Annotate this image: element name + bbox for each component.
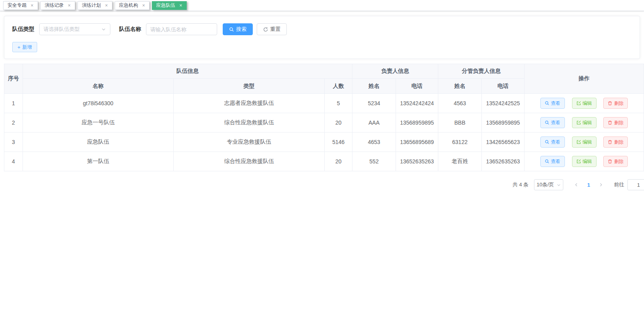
edit-icon [576,120,581,125]
page-content: 队伍类型 请选择队伍类型 队伍名称 搜索 重置 + 新增 [0,11,644,190]
cell-index: 3 [4,133,23,152]
pagination-bar: 共 4 条 10条/页 1 前往 [0,179,644,190]
tab-label: 演练记录 [45,2,64,9]
cell-count: 5146 [325,133,352,152]
close-icon[interactable]: × [29,3,35,8]
view-button[interactable]: 查看 [540,98,565,109]
edit-button[interactable]: 编辑 [572,117,597,128]
view-button[interactable]: 查看 [540,136,565,148]
tab-safety-topics[interactable]: 安全专题 × [3,1,38,10]
edit-button-label: 编辑 [583,100,592,107]
tab-emergency-org[interactable]: 应急机构 × [115,1,150,10]
reset-button[interactable]: 重置 [257,23,287,35]
delete-button-label: 删除 [614,139,623,146]
goto-page-input[interactable] [627,179,644,190]
col-header-name: 名称 [23,79,174,94]
edit-button-label: 编辑 [583,119,592,126]
team-type-label: 队伍类型 [12,26,34,33]
delete-button-label: 删除 [614,100,623,107]
cell-count: 20 [325,152,352,171]
delete-button[interactable]: 删除 [603,117,628,128]
cell-leader-phone: 13652635263 [396,152,438,171]
search-button[interactable]: 搜索 [223,23,253,35]
col-header-index: 序号 [4,64,23,94]
delete-button-label: 删除 [614,158,623,165]
trash-icon [608,101,612,106]
team-name-input[interactable] [146,23,217,35]
chevron-down-icon [101,27,106,32]
next-page-button[interactable] [594,179,608,190]
close-icon[interactable]: × [141,3,146,8]
view-icon [545,101,549,106]
view-button-label: 查看 [551,100,561,107]
tab-emergency-team[interactable]: 应急队伍 × [152,1,187,10]
col-header-leader-name: 姓名 [352,79,396,94]
cell-type: 专业应急救援队伍 [174,133,325,152]
team-type-placeholder: 请选择队伍类型 [44,26,80,33]
col-header-deputy-phone: 电话 [482,79,525,94]
add-button[interactable]: + 新增 [12,42,37,52]
cell-deputy-name: BBB [438,113,482,133]
delete-button[interactable]: 删除 [603,136,628,148]
add-button-label: 新增 [23,44,32,51]
cell-deputy-phone: 13426565623 [482,133,525,152]
table-row: 3 应急队伍 专业应急救援队伍 5146 4653 13656895689 63… [4,133,644,152]
page-size-select[interactable]: 10条/页 [534,179,563,190]
trash-icon [608,120,612,125]
close-icon[interactable]: × [66,3,72,8]
cell-type: 综合性应急救援队伍 [174,113,325,133]
tab-drill-records[interactable]: 演练记录 × [40,1,75,10]
edit-button-label: 编辑 [583,139,592,146]
cell-count: 5 [325,94,352,113]
cell-leader-name: 4653 [352,133,396,152]
cell-name: 应急一号队伍 [23,113,174,133]
view-icon [545,159,549,164]
cell-deputy-phone: 13524242525 [482,94,525,113]
cell-deputy-name: 63122 [438,133,482,152]
edit-button[interactable]: 编辑 [572,98,597,109]
search-icon [229,27,234,32]
tab-label: 应急机构 [119,2,138,9]
search-button-label: 搜索 [236,26,246,33]
team-type-select[interactable]: 请选择队伍类型 [39,23,110,35]
cell-deputy-phone: 13652635263 [482,152,525,171]
cell-leader-name: AAA [352,113,396,133]
cell-name: gt78i546300 [23,94,174,113]
page-number-1[interactable]: 1 [583,182,594,188]
edit-button[interactable]: 编辑 [572,156,597,167]
edit-icon [576,140,581,144]
chevron-left-icon [574,182,579,187]
reset-button-label: 重置 [270,26,280,33]
col-group-leader-info: 负责人信息 [352,64,438,79]
cell-type: 志愿者应急救援队伍 [174,94,325,113]
delete-button[interactable]: 删除 [603,98,628,109]
tab-label: 演练计划 [82,2,101,9]
page-size-value: 10条/页 [536,181,554,188]
plus-icon: + [17,44,21,50]
cell-count: 20 [325,113,352,133]
edit-button[interactable]: 编辑 [572,136,597,148]
filter-row: 队伍类型 请选择队伍类型 队伍名称 搜索 重置 [12,23,632,35]
view-button-label: 查看 [551,158,561,165]
pagination-total: 共 4 条 [513,181,528,188]
col-header-type: 类型 [174,79,325,94]
close-icon[interactable]: × [178,3,184,8]
view-button[interactable]: 查看 [540,117,565,128]
table-row: 1 gt78i546300 志愿者应急救援队伍 5 5234 135242424… [4,94,644,113]
delete-button[interactable]: 删除 [603,156,628,167]
tab-drill-plans[interactable]: 演练计划 × [78,1,112,10]
col-header-leader-phone: 电话 [396,79,438,94]
close-icon[interactable]: × [104,3,109,8]
cell-name: 应急队伍 [23,133,174,152]
trash-icon [608,140,612,144]
tags-view-bar: 安全专题 × 演练记录 × 演练计划 × 应急机构 × 应急队伍 × [0,0,644,11]
cell-name: 第一队伍 [23,152,174,171]
prev-page-button[interactable] [570,179,583,190]
goto-label: 前往 [614,181,624,188]
tab-label: 应急队伍 [156,2,175,9]
view-icon [545,140,549,144]
cell-type: 综合性应急救援队伍 [174,152,325,171]
table-row: 4 第一队伍 综合性应急救援队伍 20 552 13652635263 老百姓 … [4,152,644,171]
cell-leader-phone: 13524242424 [396,94,438,113]
view-button[interactable]: 查看 [540,156,565,167]
